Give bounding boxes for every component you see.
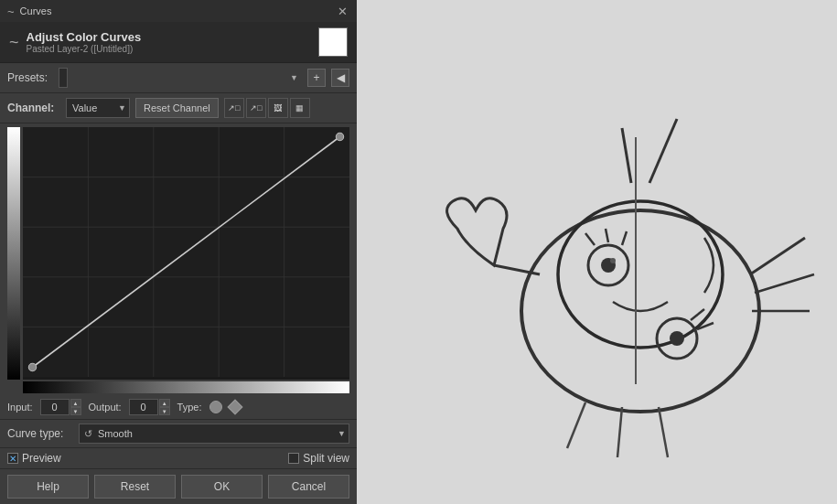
left-gradient-bar	[7, 127, 20, 380]
presets-add-button[interactable]: +	[307, 69, 326, 87]
preview-label: Preview	[22, 452, 61, 465]
output-spin-down[interactable]: ▼	[159, 407, 170, 415]
curves-panel: ~ Curves ✕ ~ Adjust Color Curves Pasted …	[0, 0, 357, 504]
preview-checkbox-container[interactable]: ✕ Preview	[7, 452, 61, 465]
channel-icons: ↗□ ↗□ 🖼 ▦	[224, 98, 310, 118]
titlebar-left: ~ Curves	[7, 5, 51, 18]
window-title: Curves	[20, 5, 52, 16]
presets-select[interactable]	[59, 68, 68, 88]
input-label: Input:	[7, 402, 33, 413]
curves-icon: ~	[7, 5, 15, 18]
preview-row: ✕ Preview Split view	[0, 447, 357, 468]
channel-icon-3[interactable]: 🖼	[268, 98, 288, 118]
curve-type-label: Curve type:	[7, 427, 71, 440]
header-section: ~ Adjust Color Curves Pasted Layer-2 ([U…	[0, 22, 357, 63]
preview-thumbnail	[318, 27, 348, 57]
split-view-checkbox-container[interactable]: Split view	[288, 452, 349, 465]
channel-select-wrapper: Value Red Green Blue Alpha	[66, 98, 130, 118]
ok-button[interactable]: OK	[181, 475, 263, 499]
output-label: Output:	[89, 402, 122, 413]
cancel-button[interactable]: Cancel	[268, 475, 349, 499]
svg-point-17	[610, 258, 616, 263]
input-output-row: Input: ▲ ▼ Output: ▲ ▼ Type:	[0, 395, 357, 419]
curve-type-select[interactable]: Smooth Linear	[79, 424, 349, 444]
curve-type-select-wrapper: ↺ Smooth Linear	[79, 424, 349, 444]
channel-label: Channel:	[7, 102, 60, 114]
curve-type-row: Curve type: ↺ Smooth Linear	[0, 419, 357, 447]
input-value[interactable]	[40, 399, 70, 415]
bottom-gradient-bar	[23, 381, 349, 393]
help-button[interactable]: Help	[7, 475, 89, 499]
input-spinner: ▲ ▼	[70, 399, 81, 415]
image-canvas	[357, 0, 837, 504]
channel-icon-4[interactable]: ▦	[290, 98, 310, 118]
titlebar: ~ Curves ✕	[0, 0, 357, 22]
channel-select[interactable]: Value Red Green Blue Alpha	[66, 98, 130, 118]
type-label: Type:	[177, 402, 202, 413]
reset-button[interactable]: Reset	[94, 475, 176, 499]
dialog-subtitle: Pasted Layer-2 ([Untitled])	[27, 44, 142, 54]
reset-channel-button[interactable]: Reset Channel	[135, 98, 219, 118]
svg-point-19	[670, 331, 684, 346]
svg-point-10	[28, 363, 36, 370]
header-text: Adjust Color Curves Pasted Layer-2 ([Unt…	[27, 30, 142, 54]
split-view-checkbox[interactable]	[288, 453, 299, 464]
presets-select-wrapper	[59, 68, 302, 88]
presets-remove-button[interactable]: ◀	[331, 69, 349, 87]
curve-svg	[23, 127, 349, 377]
presets-row: Presets: + ◀	[0, 63, 357, 93]
preview-checkbox[interactable]: ✕	[7, 453, 18, 464]
output-value[interactable]	[129, 399, 158, 415]
button-row: Help Reset OK Cancel	[0, 468, 357, 504]
channel-icon-2[interactable]: ↗□	[246, 98, 266, 118]
presets-label: Presets:	[7, 71, 53, 84]
svg-point-11	[336, 133, 343, 140]
output-spinner: ▲ ▼	[159, 399, 170, 415]
channel-row: Channel: Value Red Green Blue Alpha Rese…	[0, 93, 357, 123]
close-button[interactable]: ✕	[336, 5, 349, 17]
dialog-title: Adjust Color Curves	[27, 30, 142, 44]
input-spin-down[interactable]: ▼	[70, 407, 81, 415]
type-circle-button[interactable]	[209, 401, 222, 413]
curve-graph[interactable]	[23, 127, 349, 380]
output-spin-up[interactable]: ▲	[159, 399, 170, 407]
svg-rect-12	[357, 0, 837, 504]
sketch-svg	[357, 0, 837, 504]
channel-icon-1[interactable]: ↗□	[224, 98, 244, 118]
curve-type-icon: ↺	[84, 428, 92, 440]
type-diamond-button[interactable]	[227, 400, 242, 415]
split-view-label: Split view	[303, 452, 349, 465]
adjust-curves-icon: ~	[9, 33, 19, 52]
input-spin-up[interactable]: ▲	[70, 399, 81, 407]
